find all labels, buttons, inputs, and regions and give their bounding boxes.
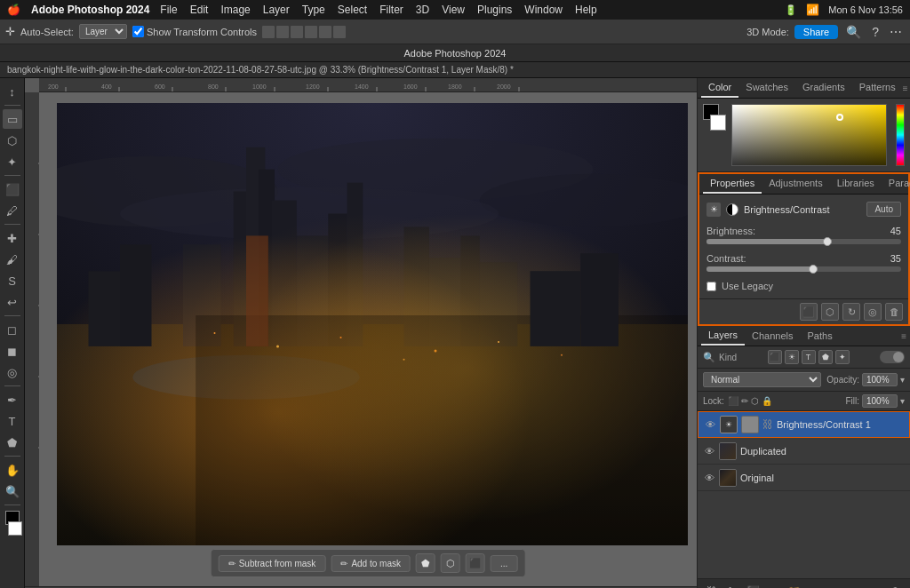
subtract-from-mask-button[interactable]: ✏ Subtract from mask — [219, 555, 326, 572]
tab-channels[interactable]: Channels — [745, 327, 800, 345]
menu-help[interactable]: Help — [575, 4, 597, 16]
align-icon-5[interactable] — [319, 26, 331, 38]
lock-artboard-icon[interactable]: ⬡ — [751, 396, 759, 406]
help-button[interactable]: ? — [869, 25, 882, 39]
layer-item-duplicated[interactable]: 👁 Duplicated — [698, 438, 910, 465]
filter-toggle[interactable] — [880, 351, 905, 363]
background-color[interactable] — [8, 521, 22, 536]
filter-shape-icon[interactable]: ⬟ — [818, 350, 833, 364]
props-btn-refresh[interactable]: ↻ — [842, 303, 860, 321]
tab-libraries[interactable]: Libraries — [830, 174, 882, 194]
menu-window[interactable]: Window — [524, 4, 563, 16]
tab-layers[interactable]: Layers — [701, 326, 745, 346]
menu-select[interactable]: Select — [338, 4, 367, 16]
tool-eyedropper[interactable]: 🖊 — [3, 201, 22, 220]
color-panel-collapse[interactable]: ≡ — [903, 83, 908, 93]
layer-eye-original[interactable]: 👁 — [703, 472, 715, 484]
layer-eye-duplicated[interactable]: 👁 — [703, 445, 715, 457]
add-mask-button[interactable]: ⬛ — [744, 583, 762, 588]
tool-gradient[interactable]: ◼ — [3, 341, 22, 361]
tool-clone[interactable]: S — [3, 271, 22, 290]
search-button[interactable]: 🔍 — [843, 25, 864, 39]
tool-zoom[interactable]: 🔍 — [3, 481, 22, 501]
tool-text[interactable]: T — [3, 411, 22, 431]
mask-btn-1[interactable]: ⬟ — [416, 553, 435, 573]
tool-crop[interactable]: ⬛ — [3, 179, 22, 199]
tool-brush[interactable]: 🖌 — [3, 250, 22, 269]
share-button[interactable]: Share — [794, 25, 838, 39]
blend-mode-select[interactable]: Normal Multiply Screen Overlay — [703, 372, 821, 387]
tool-lasso[interactable]: ⬡ — [3, 131, 22, 150]
props-btn-layer[interactable]: ⬡ — [821, 303, 839, 321]
fill-input[interactable] — [862, 394, 898, 408]
align-icon-4[interactable] — [305, 26, 317, 38]
align-icon-2[interactable] — [276, 26, 289, 38]
link-layers-button[interactable]: ⛓ — [703, 583, 721, 588]
delete-layer-button[interactable]: 🗑 — [887, 583, 905, 588]
show-transform-checkbox[interactable] — [132, 26, 144, 37]
lock-all-icon[interactable]: 🔒 — [762, 396, 772, 406]
tool-select-rect[interactable]: ▭ — [3, 109, 22, 129]
use-legacy-checkbox[interactable] — [706, 282, 716, 291]
props-btn-mask[interactable]: ⬛ — [800, 303, 818, 321]
tool-history-brush[interactable]: ↩ — [3, 292, 22, 312]
tab-adjustments[interactable]: Adjustments — [762, 174, 830, 194]
tab-patterns[interactable]: Patterns — [852, 78, 903, 98]
tab-paths[interactable]: Paths — [801, 327, 840, 345]
contrast-slider-track[interactable] — [706, 266, 901, 272]
tool-shape[interactable]: ⬟ — [3, 433, 22, 452]
canvas-viewport[interactable]: ✏ Subtract from mask ✏ Add to mask ⬟ ⬡ ⬛… — [39, 92, 697, 586]
lock-position-icon[interactable]: ✏ — [741, 396, 748, 406]
mask-btn-3[interactable]: ⬛ — [466, 553, 485, 573]
opacity-input[interactable] — [862, 373, 898, 386]
menu-view[interactable]: View — [442, 4, 465, 16]
align-icon-3[interactable] — [291, 26, 303, 38]
filter-smart-icon[interactable]: ✦ — [835, 350, 850, 364]
tab-color[interactable]: Color — [701, 78, 738, 98]
tab-swatches[interactable]: Swatches — [738, 78, 795, 98]
layer-eye-brightness[interactable]: 👁 — [704, 418, 716, 431]
menu-plugins[interactable]: Plugins — [477, 4, 512, 16]
align-icon-1[interactable] — [262, 26, 275, 38]
lock-pixels-icon[interactable]: ⬛ — [728, 396, 738, 406]
props-btn-eye[interactable]: ◎ — [864, 303, 882, 321]
filter-adj-icon[interactable]: ☀ — [785, 350, 799, 364]
auto-select-dropdown[interactable]: Layer Group — [79, 24, 127, 39]
layer-item-brightness-contrast[interactable]: 👁 ☀ ⛓ Brightness/Contrast 1 — [698, 411, 910, 438]
props-btn-delete[interactable]: 🗑 — [885, 303, 903, 321]
menu-file[interactable]: File — [160, 4, 177, 16]
layers-panel-collapse[interactable]: ≡ — [901, 331, 906, 341]
tool-hand[interactable]: ✋ — [3, 460, 22, 480]
more-options-button[interactable]: ... — [491, 555, 517, 572]
filter-text-icon[interactable]: T — [802, 350, 816, 364]
layer-item-original[interactable]: 👁 Original — [698, 465, 910, 491]
menu-3d[interactable]: 3D — [416, 4, 429, 16]
tool-blur[interactable]: ◎ — [3, 362, 22, 382]
tool-eraser[interactable]: ◻ — [3, 320, 22, 339]
brightness-slider-thumb[interactable] — [823, 237, 832, 246]
tool-magic-wand[interactable]: ✦ — [3, 152, 22, 171]
color-spectrum-bar[interactable] — [896, 104, 905, 166]
add-style-button[interactable]: fx — [723, 583, 741, 588]
menu-filter[interactable]: Filter — [379, 4, 403, 16]
menu-edit[interactable]: Edit — [190, 4, 209, 16]
tool-pen[interactable]: ✒ — [3, 390, 22, 409]
mask-btn-2[interactable]: ⬡ — [441, 553, 460, 573]
new-adjustment-button[interactable]: ◎ — [764, 583, 782, 588]
tab-paragraph[interactable]: Paragraph — [882, 174, 910, 194]
menu-type[interactable]: Type — [302, 4, 325, 16]
new-layer-button[interactable]: + — [805, 583, 823, 588]
auto-button[interactable]: Auto — [866, 202, 901, 217]
color-gradient-box[interactable] — [731, 104, 887, 166]
opacity-chevron-icon[interactable]: ▾ — [900, 375, 905, 385]
apple-icon[interactable]: 🍎 — [7, 4, 20, 16]
menu-image[interactable]: Image — [220, 4, 250, 16]
background-color-swatch[interactable] — [710, 115, 726, 131]
menu-layer[interactable]: Layer — [263, 4, 290, 16]
more-button[interactable]: ⋯ — [887, 25, 905, 39]
tab-properties[interactable]: Properties — [703, 174, 762, 194]
contrast-slider-thumb[interactable] — [809, 265, 818, 274]
tab-gradients[interactable]: Gradients — [795, 78, 852, 98]
tool-move[interactable]: ↕ — [3, 82, 22, 101]
brightness-slider-track[interactable] — [706, 239, 901, 244]
